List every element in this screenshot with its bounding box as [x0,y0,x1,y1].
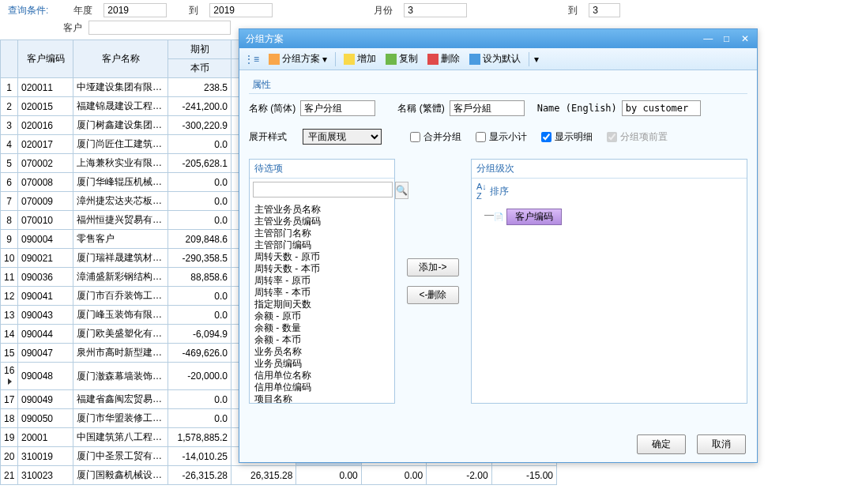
list-item[interactable]: 主管业务员编码 [253,216,391,228]
list-item[interactable]: 业务员编码 [253,358,391,370]
list-item[interactable]: 周转天数 - 原币 [253,251,391,263]
list-item[interactable]: 信用单位编码 [253,382,391,393]
chevron-down-icon: ▾ [322,54,327,65]
tb-copy[interactable]: 复制 [382,51,421,66]
dialog-titlebar[interactable]: 分组方案 — □ ✕ [239,29,757,48]
field-icon: 📄 [494,213,503,221]
cancel-button[interactable]: 取消 [697,434,746,454]
list-item[interactable]: 信用单位名称 [253,370,391,382]
customer-input[interactable] [88,21,231,35]
display-style-label: 展开样式 [249,130,287,144]
list-item[interactable]: 周转天数 - 本币 [253,263,391,275]
candidate-search-input[interactable] [253,182,393,197]
display-style-select[interactable]: 平面展现 [303,129,382,145]
list-item[interactable]: 周转率 - 本币 [253,287,391,299]
maximize-icon[interactable]: □ [721,33,732,44]
list-item[interactable]: 余额 - 数量 [253,322,391,334]
name-english-label: Name (English) [537,103,617,114]
close-icon[interactable]: ✕ [740,33,751,44]
minimize-icon[interactable]: — [702,33,713,44]
dialog-title: 分组方案 [246,32,284,46]
name-traditional-label: 名稱 (繁體) [397,102,444,115]
dialog-toolbar: ⋮≡ 分组方案▾ 增加 复制 删除 设为默认 ▾ [239,48,757,70]
list-item[interactable]: 余额 - 本币 [253,334,391,346]
candidates-panel: 待选项 🔍 主管业务员名称主管业务员编码主管部门名称主管部门编码周转天数 - 原… [249,159,395,404]
name-simplified-input[interactable] [300,100,375,116]
list-item[interactable]: 项目名称 [253,393,391,403]
group-front-checkbox [607,132,617,142]
name-english-input[interactable] [622,100,701,116]
list-item[interactable]: 主管部门编码 [253,239,391,251]
col-period[interactable]: 期初 [168,40,231,59]
list-item[interactable]: 指定期间天数 [253,299,391,310]
year-from-input[interactable] [104,3,167,17]
show-detail-checkbox[interactable] [541,132,551,142]
tb-default[interactable]: 设为默认 [466,51,524,66]
group-levels-panel: 分组级次 A↓Z 排序 📄 客户编码 [471,159,747,404]
list-item[interactable]: 周转率 - 原币 [253,275,391,287]
tb-scheme[interactable]: 分组方案▾ [265,51,330,66]
list-item[interactable]: 余额 - 原币 [253,310,391,322]
query-cond-label: 查询条件: [8,4,48,17]
props-section-title: 属性 [249,77,747,94]
list-item[interactable]: 主管业务员名称 [253,204,391,216]
month-from-input[interactable] [404,3,467,17]
list-item[interactable]: 主管部门名称 [253,228,391,239]
show-subtotal-checkbox[interactable] [476,132,486,142]
month-to-input[interactable] [589,3,620,17]
year-to-input[interactable] [209,3,273,17]
col-code[interactable]: 客户编码 [18,40,73,78]
remove-from-group-button[interactable]: <-删除 [407,286,459,304]
group-tree-item[interactable]: 📄 客户编码 [494,209,737,225]
table-row[interactable]: 21310023厦门国毅鑫机械设…-26,315.2826,315.280.00… [1,466,557,485]
col-name[interactable]: 客户名称 [73,40,168,78]
customer-label: 客户 [63,21,82,35]
merge-group-checkbox[interactable] [410,132,420,142]
candidates-title: 待选项 [250,160,394,179]
year-label: 年度 [73,4,92,17]
month-to-label: 到 [568,4,578,17]
add-to-group-button[interactable]: 添加-> [407,258,459,276]
candidates-list[interactable]: 主管业务员名称主管业务员编码主管部门名称主管部门编码周转天数 - 原币周转天数 … [250,202,394,403]
list-item[interactable]: 业务员名称 [253,346,391,358]
name-simplified-label: 名称 (简体) [249,102,295,115]
month-label: 月份 [374,4,393,17]
ok-button[interactable]: 确定 [637,434,686,454]
tb-add[interactable]: 增加 [341,51,379,66]
col-currency[interactable]: 本币 [168,59,231,78]
group-scheme-dialog: 分组方案 — □ ✕ ⋮≡ 分组方案▾ 增加 复制 删除 设为默认 ▾ 属性 名… [239,28,758,463]
chevron-down-icon[interactable]: ▾ [534,54,539,65]
name-traditional-input[interactable] [450,100,525,116]
sort-icon: A↓Z [476,182,487,201]
group-levels-title: 分组级次 [472,160,747,179]
year-to-label: 到 [189,4,198,17]
sort-button[interactable]: A↓Z 排序 [472,179,747,204]
tb-delete[interactable]: 删除 [424,51,463,66]
